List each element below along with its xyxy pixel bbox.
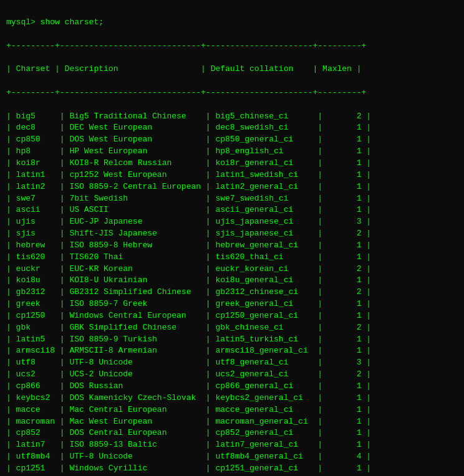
table-row: | latin7 | ISO 8859-13 Baltic | latin7_g…: [6, 440, 371, 449]
table-row: | ucs2 | UCS-2 Unicode | ucs2_general_ci…: [6, 369, 371, 379]
table-row: | hebrew | ISO 8859-8 Hebrew | hebrew_ge…: [6, 240, 371, 250]
table-row: | ujis | EUC-JP Japanese | ujis_japanese…: [6, 217, 371, 226]
separator-header: +---------+-----------------------------…: [6, 88, 366, 97]
table-row: | utf8 | UTF-8 Unicode | utf8_general_ci…: [6, 358, 371, 367]
table-row: | swe7 | 7bit Swedish | swe7_swedish_ci …: [6, 194, 371, 203]
table-row: | euckr | EUC-KR Korean | euckr_korean_c…: [6, 264, 371, 274]
table-row: | hp8 | HP West European | hp8_english_c…: [6, 146, 371, 156]
table-row: | latin5 | ISO 8859-9 Turkish | latin5_t…: [6, 335, 371, 344]
table-row: | gbk | GBK Simplified Chinese | gbk_chi…: [6, 323, 371, 332]
table-row: | utf8mb4 | UTF-8 Unicode | utf8mb4_gene…: [6, 452, 371, 461]
terminal-window: mysql> show charset; +---------+--------…: [6, 5, 458, 476]
table-row: | cp1251 | Windows Cyrillic | cp1251_gen…: [6, 464, 371, 473]
table-row: | gb2312 | GB2312 Simplified Chinese | g…: [6, 287, 371, 297]
table-row: | cp850 | DOS West European | cp850_gene…: [6, 135, 371, 144]
separator-top: +---------+-----------------------------…: [6, 41, 366, 50]
table-row: | latin1 | cp1252 West European | latin1…: [6, 170, 371, 179]
table-row: | ascii | US ASCII | ascii_general_ci | …: [6, 205, 371, 214]
table-row: | keybcs2 | DOS Kamenicky Czech-Slovak |…: [6, 393, 371, 402]
table-row: | greek | ISO 8859-7 Greek | greek_gener…: [6, 299, 371, 308]
table-row: | koi8u | KOI8-U Ukrainian | koi8u_gener…: [6, 275, 371, 285]
table-row: | cp866 | DOS Russian | cp866_general_ci…: [6, 381, 371, 391]
table-row: | cp1250 | Windows Central European | cp…: [6, 311, 371, 320]
table-row: | latin2 | ISO 8859-2 Central European |…: [6, 182, 371, 191]
prompt-line: mysql> show charset;: [6, 17, 104, 27]
table-row: | koi8r | KOI8-R Relcom Russian | koi8r_…: [6, 158, 371, 168]
table-row: | macce | Mac Central European | macce_g…: [6, 405, 371, 414]
table-row: | big5 | Big5 Traditional Chinese | big5…: [6, 112, 371, 121]
table-row: | armscii8 | ARMSCII-8 Armenian | armsci…: [6, 346, 371, 355]
table-row: | sjis | Shift-JIS Japanese | sjis_japan…: [6, 229, 371, 238]
table-header: | Charset | Description | Default collat…: [6, 64, 362, 74]
table-row: | tis620 | TIS620 Thai | tis620_thai_ci …: [6, 252, 371, 262]
table-row: | dec8 | DEC West European | dec8_swedis…: [6, 123, 371, 132]
table-row: | cp852 | DOS Central European | cp852_g…: [6, 428, 371, 437]
table-body: | big5 | Big5 Traditional Chinese | big5…: [6, 112, 371, 476]
table-row: | macroman | Mac West European | macroma…: [6, 417, 371, 426]
